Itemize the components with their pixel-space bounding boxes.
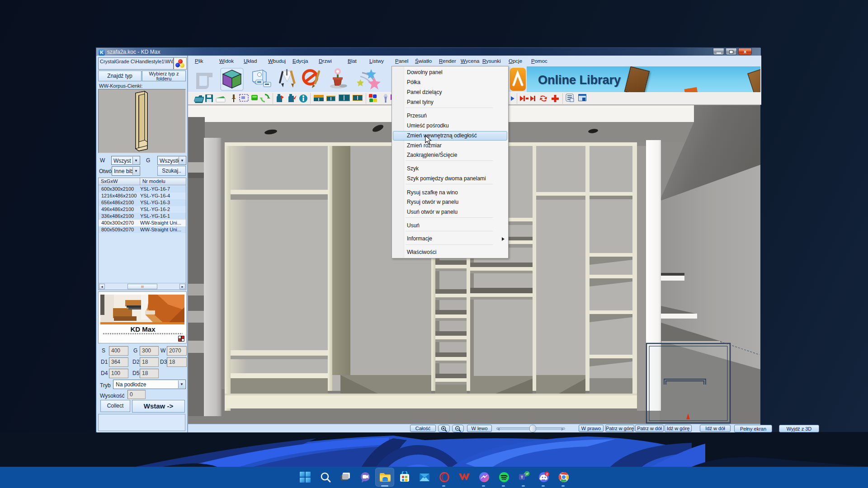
svg-text:T: T xyxy=(521,475,524,479)
svg-text:2: 2 xyxy=(546,472,548,476)
